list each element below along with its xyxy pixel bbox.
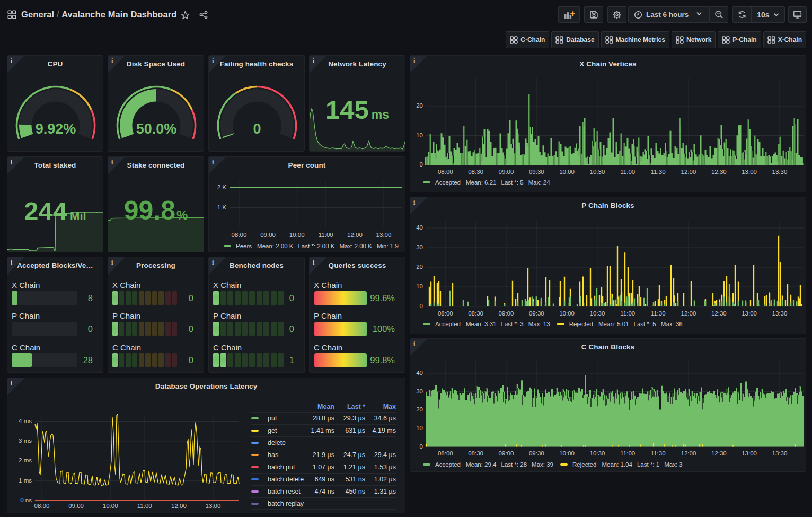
- svg-text:0: 0: [253, 121, 261, 137]
- svg-text:9.92%: 9.92%: [36, 121, 76, 137]
- svg-text:50.0%: 50.0%: [136, 121, 177, 137]
